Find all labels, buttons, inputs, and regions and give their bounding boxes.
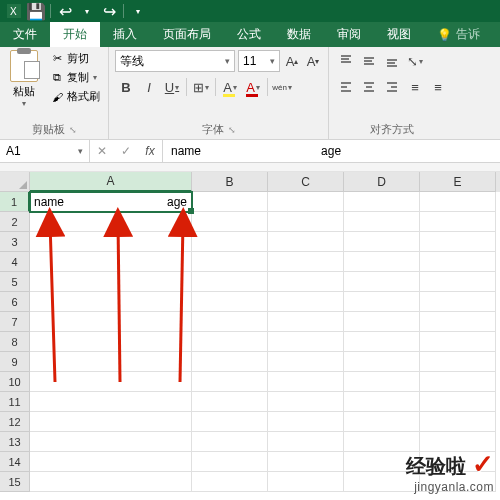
cell[interactable] xyxy=(268,192,344,212)
cell[interactable] xyxy=(344,392,420,412)
cell[interactable] xyxy=(192,332,268,352)
phonetic-button[interactable]: wén▾ xyxy=(271,76,293,98)
cell[interactable] xyxy=(192,412,268,432)
cell[interactable] xyxy=(192,372,268,392)
row-header[interactable]: 11 xyxy=(0,392,30,412)
tab-insert[interactable]: 插入 xyxy=(100,22,150,47)
row-header[interactable]: 3 xyxy=(0,232,30,252)
qat-customize[interactable]: ▾ xyxy=(128,2,148,20)
cell[interactable] xyxy=(268,332,344,352)
cell[interactable] xyxy=(420,352,496,372)
cell[interactable] xyxy=(30,332,192,352)
cell[interactable] xyxy=(344,352,420,372)
cell[interactable] xyxy=(192,232,268,252)
cell[interactable] xyxy=(344,212,420,232)
format-painter-button[interactable]: 🖌格式刷 xyxy=(48,88,102,105)
cell[interactable] xyxy=(344,272,420,292)
cell[interactable] xyxy=(420,372,496,392)
row-header[interactable]: 12 xyxy=(0,412,30,432)
undo-dropdown[interactable]: ▾ xyxy=(77,2,97,20)
cell[interactable] xyxy=(344,312,420,332)
cell[interactable] xyxy=(30,432,192,452)
cell[interactable] xyxy=(420,332,496,352)
row-header[interactable]: 7 xyxy=(0,312,30,332)
dialog-launcher-icon[interactable]: ⤡ xyxy=(69,125,77,135)
cell[interactable] xyxy=(30,352,192,372)
cell[interactable] xyxy=(268,312,344,332)
cell[interactable] xyxy=(192,472,268,492)
borders-button[interactable]: ⊞▾ xyxy=(190,76,212,98)
row-header[interactable]: 5 xyxy=(0,272,30,292)
cell[interactable] xyxy=(268,352,344,372)
tab-home[interactable]: 开始 xyxy=(50,22,100,47)
cell[interactable] xyxy=(268,392,344,412)
cell[interactable] xyxy=(268,472,344,492)
cell[interactable] xyxy=(268,432,344,452)
cell[interactable] xyxy=(30,392,192,412)
font-color-button[interactable]: A▾ xyxy=(242,76,264,98)
cell[interactable] xyxy=(30,272,192,292)
row-header[interactable]: 9 xyxy=(0,352,30,372)
row-header[interactable]: 1 xyxy=(0,192,30,212)
font-name-combo[interactable]: 等线▾ xyxy=(115,50,235,72)
redo-button[interactable]: ↪ xyxy=(99,2,119,20)
cell[interactable] xyxy=(268,232,344,252)
column-header-e[interactable]: E xyxy=(420,172,496,192)
row-header[interactable]: 10 xyxy=(0,372,30,392)
column-header-b[interactable]: B xyxy=(192,172,268,192)
cell[interactable] xyxy=(30,412,192,432)
cell[interactable] xyxy=(344,192,420,212)
cell[interactable] xyxy=(30,312,192,332)
row-header[interactable]: 8 xyxy=(0,332,30,352)
cell[interactable] xyxy=(268,292,344,312)
cell[interactable] xyxy=(344,232,420,252)
enter-formula-button[interactable]: ✓ xyxy=(114,144,138,158)
undo-button[interactable]: ↩ xyxy=(55,2,75,20)
row-header[interactable]: 6 xyxy=(0,292,30,312)
cell[interactable] xyxy=(192,212,268,232)
cell[interactable] xyxy=(268,252,344,272)
cell[interactable] xyxy=(268,412,344,432)
align-top-button[interactable] xyxy=(335,50,357,72)
increase-font-button[interactable]: A▴ xyxy=(283,50,301,72)
cell[interactable] xyxy=(192,452,268,472)
save-button[interactable]: 💾 xyxy=(26,2,46,20)
fill-color-button[interactable]: A▾ xyxy=(219,76,241,98)
column-header-c[interactable]: C xyxy=(268,172,344,192)
row-header[interactable]: 14 xyxy=(0,452,30,472)
tab-tell-me[interactable]: 💡告诉 xyxy=(424,22,493,47)
column-header-a[interactable]: A xyxy=(30,172,192,192)
cell[interactable] xyxy=(30,292,192,312)
cell[interactable] xyxy=(30,452,192,472)
cell[interactable] xyxy=(420,292,496,312)
tab-data[interactable]: 数据 xyxy=(274,22,324,47)
row-header[interactable]: 4 xyxy=(0,252,30,272)
cell[interactable] xyxy=(30,472,192,492)
cell[interactable] xyxy=(268,212,344,232)
cell[interactable] xyxy=(344,372,420,392)
align-center-button[interactable] xyxy=(358,76,380,98)
cell[interactable] xyxy=(268,272,344,292)
cell[interactable]: nameage xyxy=(30,192,192,212)
row-header[interactable]: 15 xyxy=(0,472,30,492)
cancel-formula-button[interactable]: ✕ xyxy=(90,144,114,158)
tab-formulas[interactable]: 公式 xyxy=(224,22,274,47)
cell[interactable] xyxy=(268,452,344,472)
cell[interactable] xyxy=(420,232,496,252)
cell[interactable] xyxy=(420,412,496,432)
cell[interactable] xyxy=(420,252,496,272)
tab-view[interactable]: 视图 xyxy=(374,22,424,47)
decrease-font-button[interactable]: A▾ xyxy=(304,50,322,72)
decrease-indent-button[interactable]: ≡ xyxy=(404,76,426,98)
cell[interactable] xyxy=(192,272,268,292)
orientation-button[interactable]: ⤡▾ xyxy=(404,50,426,72)
select-all-corner[interactable] xyxy=(0,172,30,192)
paste-button[interactable]: 粘贴 ▾ xyxy=(6,50,42,108)
cell[interactable] xyxy=(420,212,496,232)
cell[interactable] xyxy=(344,252,420,272)
cell[interactable] xyxy=(192,292,268,312)
copy-button[interactable]: ⧉复制▾ xyxy=(48,69,102,86)
cell[interactable] xyxy=(192,312,268,332)
align-bottom-button[interactable] xyxy=(381,50,403,72)
cell[interactable] xyxy=(420,392,496,412)
